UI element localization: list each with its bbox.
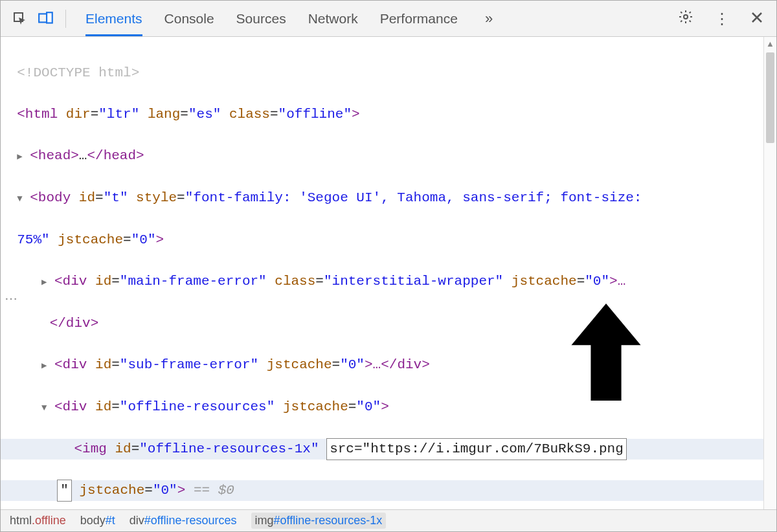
expand-icon[interactable]: ▶ <box>41 272 51 293</box>
toolbar-right: ⋮ <box>673 9 769 28</box>
tab-elements[interactable]: Elements <box>85 2 142 36</box>
tab-console[interactable]: Console <box>164 2 214 36</box>
devtools-window: Elements Console Sources Network Perform… <box>0 0 777 532</box>
collapse-icon[interactable]: ▼ <box>17 188 26 209</box>
tab-sources[interactable]: Sources <box>236 2 286 36</box>
offline-resources-line[interactable]: ▼<div id="offline-resources" jstcache="0… <box>1 397 763 418</box>
kebab-menu-icon[interactable]: ⋮ <box>709 10 735 28</box>
expand-icon[interactable]: ▶ <box>41 355 51 376</box>
breadcrumb-body[interactable]: body#t <box>80 514 115 527</box>
dollar-zero-indicator: == $0 <box>185 483 234 498</box>
breadcrumb-html[interactable]: html.offline <box>10 514 66 527</box>
tab-network[interactable]: Network <box>308 2 358 36</box>
html-open-line[interactable]: <html dir="ltr" lang="es" class="offline… <box>1 104 763 125</box>
device-toolbar-icon[interactable] <box>34 7 58 30</box>
body-open-line-1[interactable]: ▼<body id="t" style="font-family: 'Segoe… <box>1 188 763 209</box>
img-1x-line-2[interactable]: " jstcache="0"> == $0 <box>1 480 763 501</box>
scroll-up-icon[interactable]: ▲ <box>764 37 776 51</box>
body-open-line-2[interactable]: 75%" jstcache="0"> <box>1 230 763 250</box>
src-edit-input-end[interactable]: " <box>58 480 71 501</box>
elements-breadcrumb: html.offline body#t div#offline-resource… <box>1 509 776 531</box>
gutter-ellipsis-icon: ⋯ <box>5 291 17 306</box>
main-frame-error-line[interactable]: ▶<div id="main-frame-error" class="inter… <box>1 271 763 293</box>
devtools-toolbar: Elements Console Sources Network Perform… <box>1 1 776 37</box>
breadcrumb-img-1x[interactable]: img#offline-resources-1x <box>251 513 387 529</box>
main-frame-error-close[interactable]: </div> <box>1 313 763 334</box>
scroll-thumb[interactable] <box>766 52 774 143</box>
sub-frame-error-line[interactable]: ▶<div id="sub-frame-error" jstcache="0">… <box>1 355 763 376</box>
img-1x-line-selected[interactable]: <img id="offline-resources-1x" src="http… <box>1 439 763 460</box>
src-edit-input[interactable]: src="https://i.imgur.com/7BuRkS9.png <box>327 439 626 460</box>
more-tabs-icon[interactable]: » <box>479 10 499 27</box>
collapse-icon[interactable]: ▼ <box>41 397 51 418</box>
close-icon[interactable] <box>745 10 769 28</box>
doctype-text: <!DOCTYPE html> <box>17 65 139 80</box>
breadcrumb-div-offline-resources[interactable]: div#offline-resources <box>130 514 237 527</box>
svg-point-3 <box>684 15 688 19</box>
doctype-line[interactable]: <!DOCTYPE html> <box>1 63 763 83</box>
dom-tree[interactable]: <!DOCTYPE html> <html dir="ltr" lang="es… <box>1 37 763 509</box>
inspect-element-icon[interactable] <box>8 7 32 30</box>
devtools-tabs: Elements Console Sources Network Perform… <box>85 2 458 36</box>
settings-gear-icon[interactable] <box>673 9 699 28</box>
elements-panel: ⋯ <!DOCTYPE html> <html dir="ltr" lang="… <box>1 37 776 509</box>
tab-performance[interactable]: Performance <box>380 2 458 36</box>
svg-rect-2 <box>47 12 52 23</box>
vertical-scrollbar[interactable]: ▲ <box>763 37 776 509</box>
toolbar-divider <box>65 10 66 28</box>
expand-icon[interactable]: ▶ <box>17 146 26 167</box>
head-line[interactable]: ▶<head>…</head> <box>1 146 763 167</box>
